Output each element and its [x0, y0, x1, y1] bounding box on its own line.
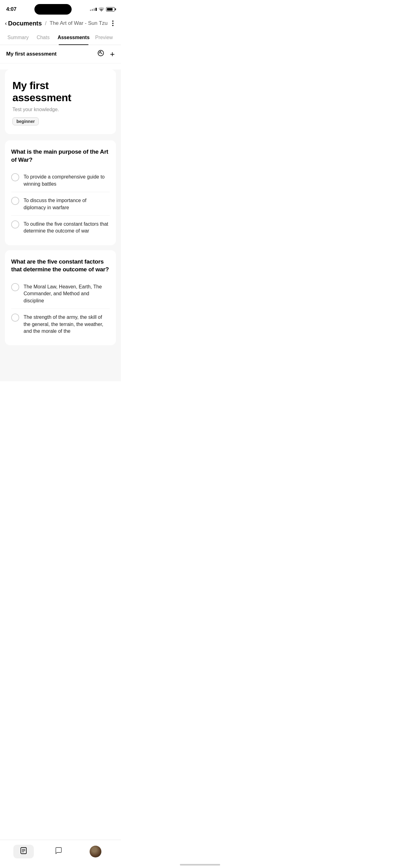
tab-bar: Summary Chats Assessments Preview — [0, 31, 121, 45]
nav-header: ‹ Documents / The Art of War - Sun Tzu — [0, 17, 121, 31]
wifi-icon — [99, 7, 104, 12]
difficulty-badge: beginner — [12, 117, 39, 125]
battery-icon — [106, 7, 115, 11]
radio-q2a[interactable] — [11, 283, 19, 291]
radio-q1c[interactable] — [11, 220, 19, 228]
option-q1c-text: To outline the five constant factors tha… — [24, 220, 110, 235]
assessment-actions: + — [97, 49, 115, 59]
tab-chats[interactable]: Chats — [31, 31, 55, 45]
assessment-main-title: My first assessment — [12, 80, 108, 104]
history-icon[interactable] — [97, 49, 104, 59]
question-block-2: What are the five constant factors that … — [5, 250, 116, 345]
back-label[interactable]: Documents — [8, 20, 42, 27]
option-q2b[interactable]: The strength of the army, the skill of t… — [11, 310, 110, 338]
option-q1a[interactable]: To provide a comprehensive guide to winn… — [11, 170, 110, 191]
radio-q1b[interactable] — [11, 197, 19, 205]
tab-assessments[interactable]: Assessments — [55, 31, 92, 45]
signal-icon — [90, 8, 97, 11]
question-1-text: What is the main purpose of the Art of W… — [11, 148, 110, 164]
option-q2a-text: The Moral Law, Heaven, Earth, The Comman… — [24, 283, 110, 304]
option-q1c[interactable]: To outline the five constant factors tha… — [11, 217, 110, 238]
option-q1b-text: To discuss the importance of diplomacy i… — [24, 196, 110, 211]
radio-q2b[interactable] — [11, 314, 19, 321]
breadcrumb-separator: / — [45, 20, 46, 27]
assessment-description: Test your knowledge. — [12, 107, 108, 113]
option-q1a-text: To provide a comprehensive guide to winn… — [24, 173, 110, 187]
question-block-1: What is the main purpose of the Art of W… — [5, 140, 116, 245]
radio-q1a[interactable] — [11, 173, 19, 181]
status-icons — [90, 7, 115, 12]
page-subtitle: The Art of War - Sun Tzu — [49, 20, 108, 26]
tab-summary[interactable]: Summary — [5, 31, 31, 45]
main-content: My first assessment Test your knowledge.… — [0, 69, 121, 381]
back-button[interactable]: ‹ Documents — [5, 20, 42, 27]
more-button[interactable] — [111, 19, 115, 27]
option-q2a[interactable]: The Moral Law, Heaven, Earth, The Comman… — [11, 280, 110, 307]
breadcrumb: ‹ Documents / The Art of War - Sun Tzu — [5, 20, 111, 27]
status-time: 4:07 — [6, 6, 16, 12]
status-bar: 4:07 — [0, 0, 121, 17]
assessment-hero-card: My first assessment Test your knowledge.… — [5, 69, 116, 134]
option-q2b-text: The strength of the army, the skill of t… — [24, 313, 110, 335]
assessment-header-bar: My first assessment + — [0, 45, 121, 63]
tab-preview[interactable]: Preview — [92, 31, 116, 45]
questions-section: What is the main purpose of the Art of W… — [0, 140, 121, 345]
dynamic-island — [34, 4, 72, 14]
assessment-name: My first assessment — [6, 51, 57, 57]
option-q1b[interactable]: To discuss the importance of diplomacy i… — [11, 193, 110, 214]
question-2-text: What are the five constant factors that … — [11, 258, 110, 274]
add-assessment-button[interactable]: + — [110, 50, 115, 58]
back-chevron-icon: ‹ — [5, 20, 7, 27]
